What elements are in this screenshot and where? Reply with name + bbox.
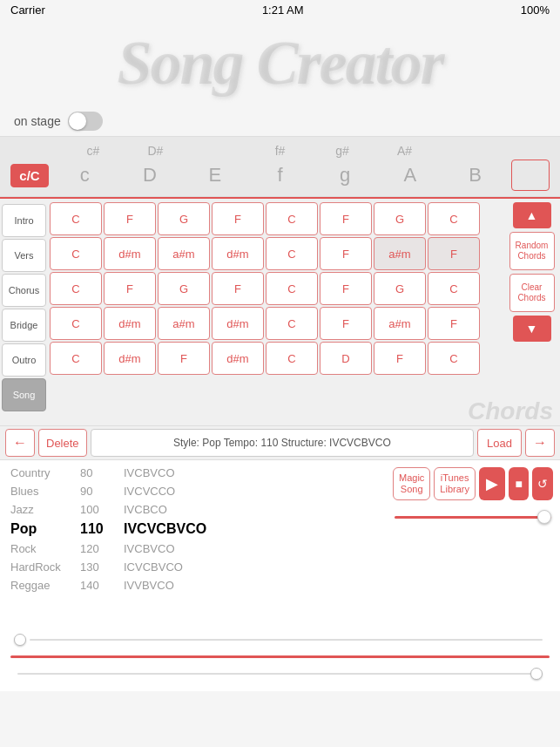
chord-cell[interactable]: G (158, 272, 210, 305)
chord-cell[interactable]: G (374, 202, 426, 235)
chord-cell[interactable]: a#m (158, 237, 210, 270)
style-structure: IVCBCO (124, 503, 375, 516)
random-chords-button[interactable]: RandomChords (509, 232, 555, 270)
section-outro[interactable]: Outro (2, 343, 46, 377)
chord-cell[interactable]: C (266, 342, 318, 375)
slider-knob-2[interactable] (530, 668, 543, 680)
delete-button[interactable]: Delete (38, 429, 87, 457)
key-natural-5[interactable]: A (388, 164, 433, 187)
arrow-left-button[interactable]: ← (5, 429, 35, 457)
key-natural-2[interactable]: E (192, 164, 238, 187)
style-row-jazz[interactable]: Jazz 100 IVCBCO (10, 500, 375, 519)
chord-cell[interactable]: C (266, 272, 318, 305)
key-empty-box[interactable] (511, 160, 550, 191)
style-tempo: 130 (80, 560, 124, 574)
style-structure: IVCBVCO (124, 466, 375, 479)
slider-knob-left[interactable] (14, 634, 26, 646)
chord-cell[interactable]: F (104, 202, 156, 235)
section-intro[interactable]: Intro (2, 204, 46, 237)
itunes-library-button[interactable]: iTunesLibrary (434, 467, 476, 500)
chord-cell[interactable]: F (428, 237, 480, 270)
chord-cell[interactable]: F (320, 202, 372, 235)
load-button[interactable]: Load (477, 429, 522, 457)
chord-cell[interactable]: a#m (374, 307, 426, 340)
title-area: Song Creator (0, 19, 560, 106)
style-info: Style: Pop Tempo: 110 Structure: IVCVCBV… (91, 429, 475, 457)
chord-cell[interactable]: F (104, 272, 156, 305)
magic-song-button[interactable]: MagicSong (393, 467, 430, 500)
chord-cell[interactable]: F (158, 342, 210, 375)
chord-cell[interactable]: C (50, 342, 102, 375)
scroll-up-button[interactable]: ▲ (513, 202, 551, 228)
key-natural-3[interactable]: f (257, 164, 302, 187)
style-row-reggae[interactable]: Reggae 140 IVVBVCO (10, 576, 375, 594)
style-tempo: 140 (80, 579, 124, 592)
loop-button[interactable]: ↺ (532, 467, 553, 500)
key-sharp-6[interactable] (444, 144, 489, 158)
key-natural-0[interactable]: c (62, 164, 107, 187)
chord-cell[interactable]: d#m (104, 342, 156, 375)
tempo-slider-track[interactable] (10, 655, 550, 658)
section-chorus[interactable]: Chorus (2, 274, 46, 307)
style-row-hardrock[interactable]: HardRock 130 ICVCBVCO (10, 558, 375, 576)
chord-cell[interactable]: d#m (104, 307, 156, 340)
style-row-country[interactable]: Country 80 IVCBVCO (10, 464, 375, 482)
progress-knob[interactable] (537, 510, 551, 524)
chord-cell[interactable]: F (320, 307, 372, 340)
slider-track-2[interactable] (17, 673, 543, 675)
scroll-down-button[interactable]: ▼ (513, 316, 551, 342)
chord-cell[interactable]: C (50, 202, 102, 235)
chord-cell[interactable]: C (428, 342, 480, 375)
style-row-blues[interactable]: Blues 90 IVCVCCO (10, 482, 375, 500)
key-natural-4[interactable]: g (322, 164, 368, 187)
key-sharp-4[interactable]: g# (320, 144, 365, 158)
chord-cell[interactable]: C (266, 307, 318, 340)
chord-cell[interactable]: F (212, 202, 264, 235)
playback-area: MagicSong iTunesLibrary ▶ ■ ↺ (386, 460, 560, 626)
chord-cell[interactable]: F (320, 272, 372, 305)
key-natural-1[interactable]: D (127, 164, 172, 187)
section-song[interactable]: Song (2, 378, 46, 411)
arrow-right-button[interactable]: → (525, 429, 555, 457)
chord-cell[interactable]: d#m (104, 237, 156, 270)
slider-track-1[interactable] (30, 639, 543, 641)
chord-cell[interactable]: F (428, 307, 480, 340)
selected-key-button[interactable]: c/C (10, 164, 49, 187)
chord-cell[interactable]: C (50, 237, 102, 270)
chord-cell[interactable]: C (50, 272, 102, 305)
chord-cell[interactable]: G (158, 202, 210, 235)
progress-track[interactable] (395, 516, 551, 519)
style-row-rock[interactable]: Rock 120 IVCBVCO (10, 540, 375, 558)
carrier-label: Carrier (10, 3, 45, 17)
stop-button[interactable]: ■ (509, 467, 530, 500)
chord-cell[interactable]: D (320, 342, 372, 375)
play-button[interactable]: ▶ (479, 467, 505, 500)
chord-cell[interactable]: a#m (158, 307, 210, 340)
chord-cell[interactable]: F (320, 237, 372, 270)
chord-cell[interactable]: F (374, 342, 426, 375)
key-sharp-5[interactable]: A# (382, 144, 428, 158)
section-bridge[interactable]: Bridge (2, 309, 46, 342)
section-vers[interactable]: Vers (2, 239, 46, 272)
chord-cell[interactable]: G (374, 272, 426, 305)
clear-chords-button[interactable]: ClearChords (509, 274, 555, 312)
chord-cell[interactable]: d#m (212, 342, 264, 375)
chord-cell[interactable]: d#m (212, 307, 264, 340)
key-sharp-2[interactable] (195, 144, 240, 158)
toggle-knob (69, 112, 86, 130)
key-sharp-3[interactable]: f# (257, 144, 302, 158)
chord-cell[interactable]: F (212, 272, 264, 305)
chord-cell[interactable]: C (428, 202, 480, 235)
onstage-toggle[interactable] (68, 112, 103, 131)
style-row-pop[interactable]: Pop 110 IVCVCBVCO (10, 519, 375, 540)
key-natural-6[interactable]: B (453, 164, 498, 187)
key-sharp-1[interactable]: D# (132, 144, 178, 158)
chord-cell[interactable]: C (428, 272, 480, 305)
key-sharp-0[interactable]: c# (71, 144, 116, 158)
chord-cell[interactable]: d#m (212, 237, 264, 270)
chord-cell[interactable]: C (266, 202, 318, 235)
chord-cell[interactable]: a#m (374, 237, 426, 270)
style-structure: IVVBVCO (124, 579, 375, 592)
chord-cell[interactable]: C (50, 307, 102, 340)
chord-cell[interactable]: C (266, 237, 318, 270)
